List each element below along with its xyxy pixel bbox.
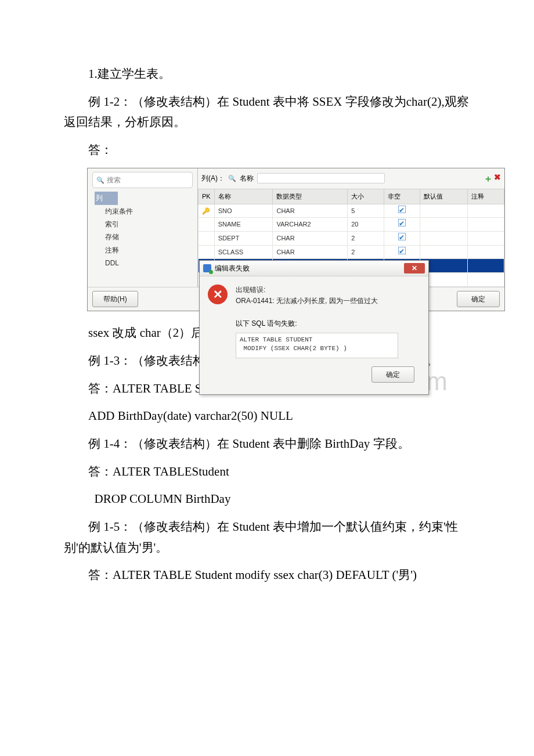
error-dialog: 编辑表失败 ✕ ✕ 出现错误: ORA-01441: 无法减小列长度, 因为一些… — [199, 260, 429, 395]
cell-size: 20 — [348, 218, 384, 232]
cell-type: CHAR — [273, 245, 348, 259]
tree: 列 约束条件 索引 存储 注释 DDL — [95, 192, 193, 269]
search-placeholder: 搜索 — [107, 174, 121, 186]
th-size: 大小 — [348, 189, 384, 204]
search-input[interactable]: 🔍 搜索 — [92, 172, 193, 188]
cell-name: SNO — [214, 204, 273, 218]
notnull-checkbox[interactable] — [398, 233, 406, 240]
cell-name: SNAME — [214, 218, 273, 232]
sql-fail-label: 以下 SQL 语句失败: — [236, 318, 420, 329]
error-label: 出现错误: — [236, 285, 378, 296]
th-type: 数据类型 — [273, 189, 348, 204]
tree-item-ddl[interactable]: DDL — [104, 257, 193, 269]
para-9: DROP COLUMN BirthDay — [64, 489, 470, 510]
cell-notnull — [384, 218, 420, 232]
cell-comment — [468, 259, 504, 273]
cell-comment — [468, 273, 504, 287]
cell-default — [420, 204, 468, 218]
cell-comment — [468, 218, 504, 232]
notnull-checkbox[interactable] — [398, 247, 406, 254]
dialog-titlebar: 编辑表失败 ✕ — [200, 261, 428, 276]
cell-default — [420, 218, 468, 232]
cell-size: 5 — [348, 204, 384, 218]
cell-notnull — [384, 204, 420, 218]
cell-comment — [468, 245, 504, 259]
para-2: 例 1-2：（修改表结构）在 Student 表中将 SSEX 字段修改为cha… — [64, 92, 470, 133]
th-comment: 注释 — [468, 189, 504, 204]
cell-name: SCLASS — [214, 245, 273, 259]
tree-item-index[interactable]: 索引 — [104, 218, 193, 231]
tree-item-comment[interactable]: 注释 — [104, 244, 193, 257]
filter-icon: 🔍 — [228, 173, 236, 184]
tree-item-storage[interactable]: 存储 — [104, 231, 193, 243]
table-header-row: PK 名称 数据类型 大小 非空 默认值 注释 — [199, 189, 504, 204]
para-3: 答： — [64, 140, 470, 161]
name-input[interactable] — [257, 173, 385, 183]
name-hint: 名称 — [240, 172, 254, 184]
th-default: 默认值 — [420, 189, 468, 204]
cell-comment — [468, 232, 504, 246]
notnull-checkbox[interactable] — [398, 219, 406, 226]
cell-default — [420, 232, 468, 246]
main-ok-button[interactable]: 确定 — [457, 291, 500, 307]
add-column-icon[interactable]: ＋ — [484, 171, 493, 186]
cell-type: CHAR — [273, 232, 348, 246]
para-7: 例 1-4：（修改表结构）在 Student 表中删除 BirthDay 字段。 — [64, 434, 470, 455]
cell-size: 2 — [348, 245, 384, 259]
cell-type: VARCHAR2 — [273, 218, 348, 232]
cell-notnull — [384, 232, 420, 246]
delete-column-icon[interactable]: ✖ — [494, 171, 501, 186]
table-row[interactable]: SNAMEVARCHAR220 — [199, 218, 504, 232]
table-row[interactable]: SCLASSCHAR2 — [199, 245, 504, 259]
columns-toolbar: 列(A)： 🔍 名称 ＋ ✖ — [198, 168, 504, 189]
pk-key-icon: 🔑 — [202, 207, 210, 214]
left-panel: 🔍 搜索 列 约束条件 索引 存储 注释 DDL — [88, 168, 198, 287]
app-screenshot: 🔍 搜索 列 约束条件 索引 存储 注释 DDL www.bdocx.com 列… — [87, 168, 505, 311]
error-message: ORA-01441: 无法减小列长度, 因为一些值过大 — [236, 296, 378, 307]
dialog-app-icon — [203, 264, 211, 272]
columns-label: 列(A)： — [201, 172, 225, 184]
para-6: ADD BirthDay(date) varchar2(50) NULL — [64, 406, 470, 427]
notnull-checkbox[interactable] — [398, 206, 406, 213]
cell-pk: 🔑 — [199, 204, 215, 218]
cell-size: 2 — [348, 232, 384, 246]
table-row[interactable]: 🔑SNOCHAR5 — [199, 204, 504, 218]
cell-pk — [199, 218, 215, 232]
para-8: 答：ALTER TABLEStudent — [64, 462, 470, 483]
search-icon: 🔍 — [96, 175, 104, 186]
th-notnull: 非空 — [384, 189, 420, 204]
cell-notnull — [384, 245, 420, 259]
cell-default — [420, 245, 468, 259]
para-1: 1.建立学生表。 — [64, 64, 470, 85]
tree-item-columns[interactable]: 列 — [95, 192, 118, 204]
th-pk: PK — [199, 189, 215, 204]
para-11: 答：ALTER TABLE Student modify ssex char(3… — [64, 565, 470, 586]
tree-item-constraints[interactable]: 约束条件 — [104, 205, 193, 218]
error-icon: ✕ — [208, 285, 228, 304]
table-row[interactable]: SDEPTCHAR2 — [199, 232, 504, 246]
dialog-title: 编辑表失败 — [215, 262, 250, 274]
sql-text: ALTER TABLE STUDENT MODIFY (SSEX CHAR(2 … — [236, 333, 398, 358]
cell-type: CHAR — [273, 204, 348, 218]
right-panel: www.bdocx.com 列(A)： 🔍 名称 ＋ ✖ PK 名称 数据类型 — [198, 168, 504, 287]
cell-comment — [468, 204, 504, 218]
help-button[interactable]: 帮助(H) — [92, 291, 138, 307]
cell-name: SDEPT — [214, 232, 273, 246]
cell-pk — [199, 232, 215, 246]
dialog-ok-button[interactable]: 确定 — [371, 366, 414, 383]
th-name: 名称 — [214, 189, 273, 204]
para-10: 例 1-5：（修改表结构）在 Student 表中增加一个默认值约束，约束'性别… — [64, 517, 470, 558]
cell-pk — [199, 245, 215, 259]
dialog-close-button[interactable]: ✕ — [404, 263, 425, 273]
